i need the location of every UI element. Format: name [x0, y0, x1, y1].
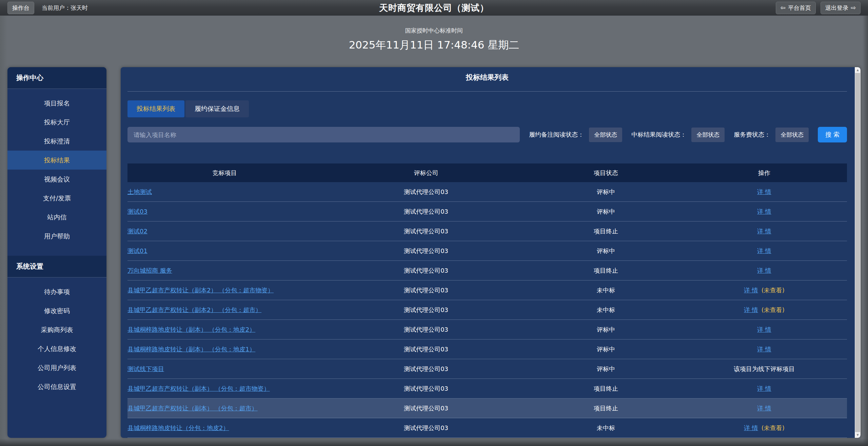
- filter-all-status-button[interactable]: 全部状态: [691, 128, 725, 142]
- detail-link[interactable]: 详 情: [757, 405, 771, 412]
- project-link[interactable]: 县城桐梓路地皮转让（副本） （分包：地皮1）: [127, 346, 255, 353]
- sidebar-item[interactable]: 投标结果: [7, 151, 106, 170]
- detail-link[interactable]: 详 情: [744, 306, 758, 313]
- panel-scrollbar[interactable]: ▲ ▼: [855, 67, 861, 438]
- column-header: 竞标项目: [127, 169, 322, 177]
- table-row: 土地测试测试代理公司03评标中详 情: [127, 182, 847, 202]
- status-cell: 未中标: [530, 306, 682, 314]
- standard-time-block: 国家授时中心标准时间 2025年11月11日 17:48:46 星期二: [0, 16, 868, 52]
- project-link[interactable]: 县城甲乙超市产权转让（副本2） （分包：超市）: [127, 306, 261, 313]
- sidebar-item[interactable]: 站内信: [7, 208, 106, 227]
- project-cell: 县城桐梓路地皮转让（分包：地皮2）: [127, 424, 322, 432]
- project-cell: 县城甲乙超市产权转让（副本） （分包：超市）: [127, 404, 322, 412]
- page-title: 投标结果列表: [127, 67, 847, 82]
- sidebar-item[interactable]: 修改密码: [7, 301, 106, 320]
- scroll-up-icon[interactable]: ▲: [855, 67, 861, 73]
- action-cell: 详 情: [682, 385, 847, 393]
- filter-all-status-button[interactable]: 全部状态: [589, 128, 622, 142]
- left-arrow-icon: ⇦: [781, 5, 786, 11]
- company-cell: 测试代理公司03: [322, 286, 530, 294]
- unread-note: (未查看): [762, 306, 785, 313]
- detail-link[interactable]: 详 情: [757, 326, 771, 333]
- project-link[interactable]: 县城甲乙超市产权转让（副本） （分包：超市物资）: [127, 385, 270, 392]
- detail-link[interactable]: 详 情: [757, 385, 771, 392]
- table-row: 县城甲乙超市产权转让（副本） （分包：超市）测试代理公司03项目终止详 情: [127, 399, 847, 418]
- company-cell: 测试代理公司03: [322, 424, 530, 432]
- project-link[interactable]: 测试线下项目: [127, 365, 164, 372]
- sidebar: 操作中心项目报名投标大厅投标澄清投标结果视频会议支付/发票站内信用户帮助系统设置…: [7, 67, 106, 438]
- topbar-actions: ⇦ 平台首页 退出登录 ⇨: [776, 2, 861, 14]
- action-cell: 详 情(未查看): [682, 286, 847, 294]
- offline-evaluation-note: 该项目为线下评标项目: [734, 365, 795, 372]
- status-cell: 未中标: [530, 286, 682, 294]
- project-name-input[interactable]: [127, 127, 520, 142]
- right-arrow-icon: ⇨: [851, 5, 856, 11]
- action-cell: 详 情: [682, 404, 847, 412]
- sidebar-section-header: 系统设置: [7, 256, 106, 277]
- detail-link[interactable]: 详 情: [744, 287, 758, 294]
- search-button[interactable]: 搜 索: [818, 127, 847, 142]
- project-link[interactable]: 万向城招商 服务: [127, 267, 172, 274]
- company-title: 天时商贸有限公司（测试）: [379, 2, 489, 14]
- project-link[interactable]: 县城桐梓路地皮转让（分包：地皮2）: [127, 424, 229, 431]
- sidebar-item[interactable]: 视频会议: [7, 170, 106, 189]
- sidebar-item[interactable]: 用户帮助: [7, 227, 106, 246]
- project-link[interactable]: 测试03: [127, 208, 147, 215]
- scroll-down-icon[interactable]: ▼: [855, 432, 861, 438]
- action-cell: 详 情: [682, 326, 847, 334]
- project-link[interactable]: 测试02: [127, 228, 147, 235]
- project-link[interactable]: 县城甲乙超市产权转让（副本2） （分包：超市物资）: [127, 287, 274, 294]
- sidebar-item[interactable]: 公司信息设置: [7, 377, 106, 396]
- company-cell: 测试代理公司03: [322, 208, 530, 216]
- sidebar-item[interactable]: 支付/发票: [7, 189, 106, 208]
- bid-results-table: 竞标项目评标公司项目状态操作土地测试测试代理公司03评标中详 情测试03测试代理…: [127, 163, 847, 438]
- console-button[interactable]: 操作台: [7, 2, 34, 14]
- sidebar-item[interactable]: 项目报名: [7, 94, 106, 113]
- status-cell: 评标中: [530, 247, 682, 255]
- tab[interactable]: 履约保证金信息: [185, 100, 249, 117]
- company-cell: 测试代理公司03: [322, 385, 530, 393]
- project-cell: 万向城招商 服务: [127, 267, 322, 275]
- status-cell: 评标中: [530, 188, 682, 196]
- status-cell: 项目终止: [530, 385, 682, 393]
- sidebar-item[interactable]: 公司用户列表: [7, 358, 106, 377]
- detail-link[interactable]: 详 情: [757, 188, 771, 195]
- company-cell: 测试代理公司03: [322, 188, 530, 196]
- sidebar-section-items: 待办事项修改密码采购商列表个人信息修改公司用户列表公司信息设置: [7, 277, 106, 396]
- status-cell: 未中标: [530, 424, 682, 432]
- detail-link[interactable]: 详 情: [757, 267, 771, 274]
- platform-home-button[interactable]: ⇦ 平台首页: [776, 2, 816, 14]
- status-cell: 项目终止: [530, 404, 682, 412]
- project-cell: 县城桐梓路地皮转让（副本） （分包：地皮2）: [127, 326, 322, 334]
- tab[interactable]: 投标结果列表: [127, 100, 184, 117]
- action-cell: 详 情: [682, 208, 847, 216]
- sidebar-item[interactable]: 投标大厅: [7, 113, 106, 132]
- project-link[interactable]: 土地测试: [127, 188, 152, 195]
- sidebar-item[interactable]: 采购商列表: [7, 320, 106, 339]
- project-link[interactable]: 县城桐梓路地皮转让（副本） （分包：地皮2）: [127, 326, 255, 333]
- logout-button[interactable]: 退出登录 ⇨: [821, 2, 861, 14]
- detail-link[interactable]: 详 情: [744, 424, 758, 431]
- table-row: 测试线下项目测试代理公司03评标中该项目为线下评标项目: [127, 359, 847, 379]
- project-link[interactable]: 县城甲乙超市产权转让（副本） （分包：超市）: [127, 405, 258, 412]
- filter-all-status-button[interactable]: 全部状态: [775, 128, 809, 142]
- sidebar-item[interactable]: 个人信息修改: [7, 339, 106, 358]
- detail-link[interactable]: 详 情: [757, 346, 771, 353]
- table-row: 县城甲乙超市产权转让（副本2） （分包：超市）测试代理公司03未中标详 情(未查…: [127, 300, 847, 320]
- project-cell: 土地测试: [127, 188, 322, 196]
- detail-link[interactable]: 详 情: [757, 208, 771, 215]
- sidebar-item[interactable]: 投标澄清: [7, 132, 106, 151]
- detail-link[interactable]: 详 情: [757, 228, 771, 235]
- scrollbar-thumb[interactable]: [855, 73, 860, 432]
- table-row: 测试03测试代理公司03评标中详 情: [127, 202, 847, 221]
- project-link[interactable]: 测试01: [127, 247, 147, 254]
- unread-note: (未查看): [762, 287, 785, 294]
- sidebar-item[interactable]: 待办事项: [7, 282, 106, 301]
- platform-home-label: 平台首页: [788, 4, 811, 12]
- action-cell: 详 情(未查看): [682, 306, 847, 314]
- column-header: 评标公司: [322, 169, 530, 177]
- filter-label: 中标结果阅读状态：: [631, 131, 686, 139]
- detail-link[interactable]: 详 情: [757, 247, 771, 254]
- time-caption: 国家授时中心标准时间: [0, 26, 868, 35]
- sidebar-section-items: 项目报名投标大厅投标澄清投标结果视频会议支付/发票站内信用户帮助: [7, 89, 106, 246]
